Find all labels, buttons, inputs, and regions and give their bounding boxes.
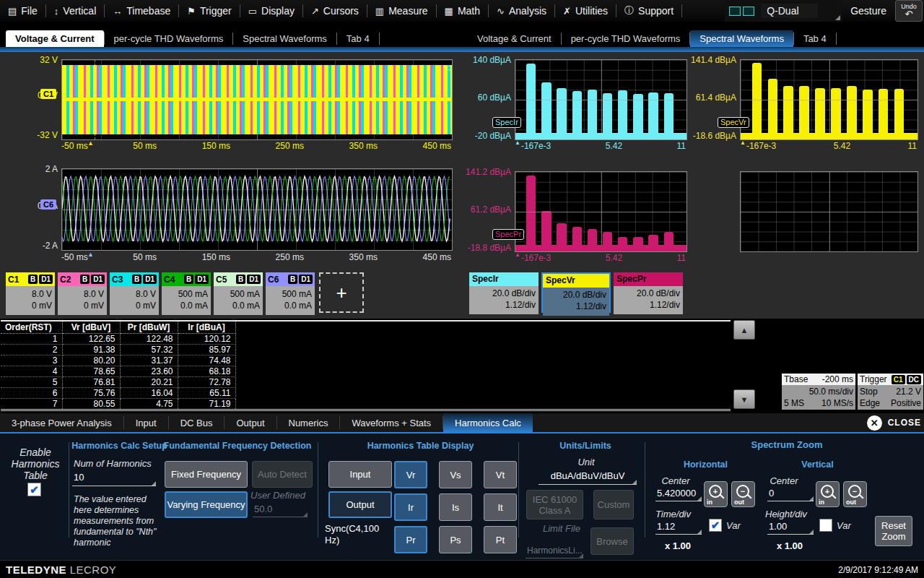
pr-button[interactable]: Pr — [394, 526, 427, 553]
time-div-input[interactable]: 1.12 — [655, 520, 702, 535]
tab-left-spectral-waveforms[interactable]: Spectral Waveforms — [233, 30, 336, 47]
xtick: 150 ms — [202, 252, 230, 262]
add-trace-button[interactable]: + — [319, 272, 364, 313]
close-button[interactable]: ✕ CLOSE — [867, 414, 921, 431]
h-zoom-out-button[interactable]: −out — [731, 481, 755, 507]
trigger-level-marker-icon[interactable]: ◁ — [445, 63, 450, 72]
dialog-tab-waveforms-stats[interactable]: Waveforms + Stats — [340, 413, 443, 432]
section-divider — [69, 442, 69, 538]
fixed-frequency-button[interactable]: Fixed Frequency — [165, 461, 248, 488]
v-center-input[interactable]: 0 — [767, 487, 814, 501]
dialog-tab-harmonics-calc[interactable]: Harmonics Calc — [443, 413, 533, 432]
freq-detect-title: Fundamental Frequency Detection — [160, 441, 315, 451]
timebase-descriptor[interactable]: Tbase-200 ms 50.0 ms/div 5 MS10 MS/s — [782, 374, 855, 409]
is-button[interactable]: Is — [439, 493, 472, 521]
dialog-tab-output[interactable]: Output — [225, 413, 276, 432]
custom-button[interactable]: Custom — [593, 490, 634, 519]
qdual-selector[interactable]: Q-Dual — [725, 0, 842, 22]
menu-vertical[interactable]: ↕Vertical — [46, 0, 104, 22]
v-zoom-in-button[interactable]: +in — [816, 481, 840, 507]
specpr-trace-tag[interactable]: SpecPr — [492, 229, 524, 240]
specir-trace-tag[interactable]: SpecIr — [492, 117, 521, 128]
it-button[interactable]: It — [484, 493, 517, 521]
ir-button[interactable]: Ir — [394, 493, 427, 521]
spec-header: SpecPr — [614, 272, 683, 286]
pt-button[interactable]: Pt — [484, 526, 517, 553]
menu-math[interactable]: ▦Math — [437, 0, 488, 22]
tab-left-voltage-current[interactable]: Voltage & Current — [6, 30, 104, 47]
enable-harmonics-checkbox[interactable]: ✔ — [27, 483, 41, 496]
varying-frequency-button[interactable]: Varying Frequency — [165, 491, 248, 518]
channel-descriptor-c3[interactable]: C3BD1 8.0 V0 mV — [110, 272, 159, 313]
bandwidth-badge: B — [80, 275, 90, 284]
voltage-waveform-plot — [62, 60, 452, 139]
iec-class-a-button[interactable]: IEC 61000 Class A — [526, 490, 583, 519]
num-harmonics-input[interactable]: 10 — [72, 471, 156, 486]
v-var-checkbox[interactable] — [819, 519, 832, 532]
reset-zoom-button[interactable]: Reset Zoom — [875, 516, 912, 546]
gesture-label[interactable]: Gesture — [850, 5, 886, 17]
user-defined-input[interactable]: 50.0 — [253, 503, 308, 517]
menu-separator — [681, 4, 682, 17]
h-center-input[interactable]: 5.420000 — [655, 487, 702, 501]
channel-descriptor-c1[interactable]: C1BD1 8.0 V0 mV — [6, 272, 55, 313]
vr-button[interactable]: Vr — [394, 461, 427, 488]
v-zoom-out-button[interactable]: −out — [843, 481, 867, 507]
dialog-tab-numerics[interactable]: Numerics — [277, 413, 340, 432]
tab-right-thd-waveforms[interactable]: per-cycle THD Waveforms — [562, 30, 690, 47]
channel-descriptor-c2[interactable]: C2BD1 8.0 V0 mV — [58, 272, 107, 313]
undo-button[interactable]: Undo ↶ — [895, 0, 923, 22]
section-divider — [318, 442, 318, 538]
tab-left-tab4[interactable]: Tab 4 — [337, 30, 379, 47]
menu-analysis[interactable]: ∿Analysis — [489, 0, 554, 22]
browse-button[interactable]: Browse — [590, 527, 634, 555]
specvr-trace-tag[interactable]: SpecVr — [718, 117, 749, 128]
auto-detect-button[interactable]: Auto Detect — [252, 461, 313, 488]
xtick-first: ▲-167e-3 — [740, 141, 776, 151]
trigger-position-marker-icon[interactable]: ▲ — [87, 139, 94, 147]
input-button[interactable]: Input — [328, 461, 392, 488]
channel-descriptor-c6[interactable]: C6BD1 500 mA0.0 mA — [266, 272, 315, 313]
channel-descriptor-c4[interactable]: C4BD1 500 mA0.0 mA — [162, 272, 211, 313]
unit-dropdown[interactable]: dBuA/dBuV/dBuV — [539, 470, 637, 485]
vt-button[interactable]: Vt — [484, 461, 517, 488]
height-div-input[interactable]: 1.00 — [767, 520, 814, 535]
menu-trigger[interactable]: ⚑Trigger — [179, 0, 239, 22]
trigger-position-marker-icon[interactable]: ▲ — [87, 251, 94, 258]
trigger-header: Trigger C1 DC — [858, 374, 923, 385]
tab-right-spectral-waveforms[interactable]: Spectral Waveforms — [690, 30, 793, 47]
output-button[interactable]: Output — [328, 491, 392, 518]
menu-utilities[interactable]: ✗Utilities — [555, 0, 616, 22]
menu-file[interactable]: ▤File — [0, 0, 45, 22]
menu-timebase[interactable]: ↔Timebase — [105, 0, 178, 22]
dialog-tab-input[interactable]: Input — [124, 413, 168, 432]
c1-trace-tag[interactable]: C1 — [40, 89, 56, 99]
c6-trace-tag[interactable]: C6 — [40, 199, 56, 210]
dialog-tab-dcbus[interactable]: DC Bus — [169, 413, 225, 432]
h-zoom-in-button[interactable]: +in — [704, 481, 728, 507]
dialog-tab-3phase[interactable]: 3-phase Power Analysis — [0, 413, 123, 432]
support-icon: ⓘ — [624, 4, 634, 17]
table-scrollbar[interactable]: ▲ ▼ — [733, 320, 755, 409]
vertical-icon: ↕ — [54, 6, 59, 17]
vs-button[interactable]: Vs — [439, 461, 472, 488]
tab-right-voltage-current[interactable]: Voltage & Current — [468, 30, 561, 47]
spec-descriptor-specvr[interactable]: SpecVr 20.0 dB/div1.12/div — [541, 272, 611, 313]
limit-file-input[interactable]: HarmonicsLi... — [526, 545, 583, 558]
menu-display[interactable]: ▭Display — [240, 0, 302, 22]
trigger-descriptor[interactable]: Trigger C1 DC Stop21.2 V EdgePositive — [858, 374, 923, 409]
scroll-up-button[interactable]: ▲ — [733, 320, 755, 340]
v-var-label: Var — [837, 520, 851, 531]
spec-descriptor-specpr[interactable]: SpecPr 20.0 dB/div1.12/div — [614, 272, 683, 313]
menu-support[interactable]: ⓘSupport — [616, 0, 681, 22]
ps-button[interactable]: Ps — [439, 526, 472, 553]
tab-right-tab4[interactable]: Tab 4 — [794, 30, 836, 47]
menu-measure[interactable]: ▥Measure — [367, 0, 436, 22]
menu-cursors[interactable]: ↗Cursors — [303, 0, 367, 22]
channel-descriptor-c5[interactable]: C5BD1 500 mA0.0 mA — [214, 272, 263, 313]
scroll-down-button[interactable]: ▼ — [733, 389, 755, 409]
spec-descriptor-specir[interactable]: SpecIr 20.0 dB/div1.12/div — [469, 272, 539, 313]
tab-left-thd-waveforms[interactable]: per-cycle THD Waveforms — [105, 30, 233, 47]
specvr-grid — [740, 59, 918, 140]
h-var-checkbox[interactable]: ✔ — [709, 519, 722, 532]
